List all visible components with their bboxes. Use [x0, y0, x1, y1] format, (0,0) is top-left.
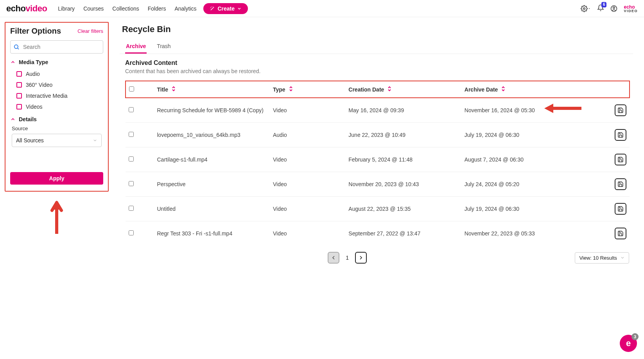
- table-row: Regr Test 303 - Fri -s1-full.mp4 Video S…: [126, 221, 630, 245]
- row-title[interactable]: Cartilage-s1-full.mp4: [154, 147, 270, 172]
- media-type-toggle[interactable]: Media Type: [10, 59, 103, 65]
- search-icon: [13, 44, 20, 50]
- checkbox-icon: [16, 104, 22, 109]
- checkbox-icon: [16, 93, 22, 99]
- row-checkbox[interactable]: [129, 181, 134, 186]
- details-toggle[interactable]: Details: [10, 116, 103, 122]
- select-all-checkbox[interactable]: [129, 86, 134, 92]
- row-archived: July 19, 2024 @ 06:30: [461, 123, 582, 147]
- row-checkbox[interactable]: [129, 156, 134, 162]
- section-description: Content that has been archived can alway…: [125, 68, 633, 74]
- restore-button[interactable]: [615, 104, 626, 116]
- table-row: Recurring Schedule for WEB-5989 4 (Copy)…: [126, 98, 630, 123]
- source-value: All Sources: [16, 137, 44, 144]
- row-title[interactable]: Untitled: [154, 197, 270, 221]
- topnav-right: 6 echo VIDEO: [581, 4, 638, 13]
- next-page-button[interactable]: [355, 252, 367, 264]
- row-checkbox[interactable]: [129, 107, 134, 112]
- row-checkbox[interactable]: [129, 206, 134, 211]
- filter-360-video[interactable]: 360° Video: [10, 79, 103, 90]
- section-subtitle: Archived Content: [125, 59, 633, 66]
- row-created: June 22, 2023 @ 10:49: [345, 123, 461, 147]
- create-button[interactable]: Create: [203, 3, 248, 14]
- col-archive-date[interactable]: Archive Date: [461, 81, 582, 98]
- row-archived: August 7, 2024 @ 06:30: [461, 147, 582, 172]
- page-title: Recycle Bin: [122, 24, 633, 34]
- row-title[interactable]: lovepoems_10_various_64kb.mp3: [154, 123, 270, 147]
- row-archived: November 16, 2024 @ 05:30: [461, 98, 582, 123]
- source-label: Source: [12, 126, 103, 131]
- nav-folders[interactable]: Folders: [148, 5, 166, 12]
- clear-filters-link[interactable]: Clear filters: [77, 28, 103, 34]
- restore-button[interactable]: [615, 203, 626, 215]
- row-title[interactable]: Recurring Schedule for WEB-5989 4 (Copy): [154, 98, 270, 123]
- brand-mini[interactable]: echo VIDEO: [624, 4, 638, 13]
- source-select[interactable]: All Sources: [12, 134, 102, 147]
- row-title[interactable]: Perspective: [154, 172, 270, 197]
- details-label: Details: [19, 116, 37, 122]
- archived-table: Title Type Creation Date Archive Da: [125, 81, 630, 245]
- gear-icon[interactable]: [581, 5, 591, 12]
- chevron-down-icon: [93, 138, 97, 143]
- restore-button[interactable]: [615, 228, 626, 239]
- table-row: Perspective Video November 20, 2023 @ 10…: [126, 172, 630, 197]
- filter-videos[interactable]: Videos: [10, 101, 103, 112]
- row-created: November 20, 2023 @ 10:43: [345, 172, 461, 197]
- notif-badge: 6: [601, 2, 607, 7]
- row-created: August 22, 2023 @ 15:35: [345, 197, 461, 221]
- table-scroll[interactable]: Title Type Creation Date Archive Da: [125, 81, 631, 245]
- prev-page-button[interactable]: [328, 252, 339, 264]
- filter-audio[interactable]: Audio: [10, 68, 103, 79]
- row-checkbox[interactable]: [129, 230, 134, 235]
- media-type-label: Media Type: [19, 59, 48, 65]
- notifications-button[interactable]: 6: [597, 4, 604, 13]
- filter-interactive-media[interactable]: Interactive Media: [10, 90, 103, 101]
- tabs: Archive Trash: [120, 40, 633, 54]
- brand-logo[interactable]: echovideo: [6, 4, 47, 14]
- col-title[interactable]: Title: [154, 81, 270, 98]
- row-checkbox[interactable]: [129, 132, 134, 137]
- pagination: 1: [120, 252, 575, 264]
- svg-point-3: [14, 45, 18, 48]
- nav-collections[interactable]: Collections: [112, 5, 139, 12]
- row-created: February 5, 2024 @ 11:48: [345, 147, 461, 172]
- row-archived: November 22, 2023 @ 05:33: [461, 221, 582, 245]
- row-title[interactable]: Regr Test 303 - Fri -s1-full.mp4: [154, 221, 270, 245]
- sort-icon: [501, 86, 506, 92]
- filter-title: Filter Options: [10, 27, 61, 36]
- nav-courses[interactable]: Courses: [83, 5, 104, 12]
- row-archived: July 19, 2024 @ 06:30: [461, 197, 582, 221]
- chevron-up-icon: [10, 59, 16, 65]
- page-number: 1: [346, 255, 349, 261]
- filter-search-input[interactable]: [10, 40, 103, 54]
- restore-button[interactable]: [615, 129, 626, 141]
- row-created: September 27, 2022 @ 13:47: [345, 221, 461, 245]
- table-row: Cartilage-s1-full.mp4 Video February 5, …: [126, 147, 630, 172]
- row-type: Video: [270, 98, 345, 123]
- col-creation-date[interactable]: Creation Date: [345, 81, 461, 98]
- wand-icon: [210, 6, 215, 11]
- tab-archive[interactable]: Archive: [125, 40, 147, 54]
- chevron-down-icon: [237, 6, 242, 11]
- nav-analytics[interactable]: Analytics: [174, 5, 196, 12]
- results-per-page-select[interactable]: View: 10 Results: [575, 252, 629, 264]
- col-type[interactable]: Type: [270, 81, 345, 98]
- sort-icon: [289, 86, 293, 92]
- tab-trash[interactable]: Trash: [156, 40, 171, 54]
- restore-button[interactable]: [615, 154, 626, 165]
- top-nav: echovideo Library Courses Collections Fo…: [0, 0, 644, 17]
- row-type: Video: [270, 221, 345, 245]
- brand-part2: video: [25, 4, 47, 13]
- annotation-arrow-up: [5, 199, 109, 234]
- apply-button[interactable]: Apply: [10, 172, 103, 185]
- sort-icon: [171, 86, 176, 92]
- checkbox-icon: [16, 82, 22, 88]
- chevron-up-icon: [10, 117, 16, 122]
- row-type: Video: [270, 172, 345, 197]
- nav-library[interactable]: Library: [58, 5, 75, 12]
- sort-icon: [387, 86, 392, 92]
- user-icon[interactable]: [610, 5, 617, 12]
- restore-button[interactable]: [615, 178, 626, 190]
- row-type: Video: [270, 147, 345, 172]
- row-archived: July 24, 2024 @ 05:20: [461, 172, 582, 197]
